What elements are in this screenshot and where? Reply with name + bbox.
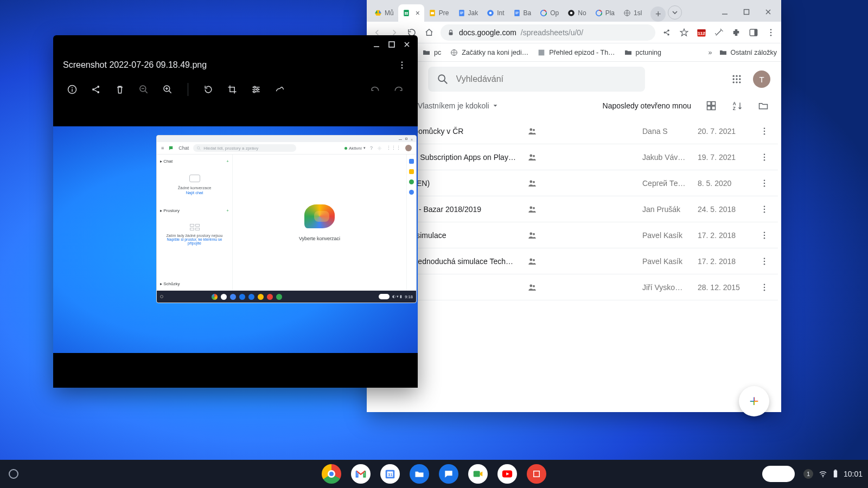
shelf-youtube-icon[interactable] <box>497 464 517 484</box>
info-icon[interactable] <box>66 84 78 95</box>
zoom-out-icon[interactable] <box>138 84 150 95</box>
svg-point-82 <box>764 263 765 265</box>
shelf-files-icon[interactable] <box>410 464 429 484</box>
bookmarks-other-folder[interactable]: Ostatní záložky <box>719 48 777 57</box>
search-input[interactable] <box>456 74 636 84</box>
chat-addons <box>406 155 416 291</box>
file-more-icon[interactable] <box>760 282 769 292</box>
delete-icon[interactable] <box>114 84 126 95</box>
file-row[interactable]: Prodej věcí - Bazar 2018/2019Jan Prušák2… <box>370 196 778 222</box>
browser-tab[interactable]: No <box>563 4 590 22</box>
svg-rect-120 <box>534 471 540 477</box>
extension-wand-icon[interactable] <box>713 27 725 38</box>
shelf-messages-icon[interactable] <box>439 464 458 484</box>
extension-calendar-icon[interactable]: 112 <box>695 27 707 38</box>
bookmarks-overflow[interactable]: » <box>709 49 712 56</box>
browser-tab[interactable]: Op <box>535 4 563 22</box>
browser-tab[interactable]: Pre <box>424 4 454 22</box>
file-row[interactable]: WoWsJiří Vysko…28. 12. 2015 <box>370 274 778 300</box>
tab-close-icon[interactable]: × <box>416 9 420 17</box>
menu-icon: ≡ <box>161 145 164 151</box>
view-grid-icon[interactable] <box>705 100 717 112</box>
open-picker-icon[interactable] <box>757 100 769 112</box>
file-date: 19. 7. 2021 <box>698 153 752 162</box>
file-row[interactable]: Fleeceware Subscription Apps on Play…Jak… <box>370 144 778 170</box>
chat-main: Vyberte konverzaci <box>233 155 406 291</box>
file-owner: Jiří Vysko… <box>642 283 690 292</box>
shelf-app-icon[interactable] <box>527 464 546 484</box>
battery-icon <box>833 470 838 478</box>
rotate-icon[interactable] <box>202 84 214 95</box>
svg-point-71 <box>764 208 765 210</box>
browser-tab[interactable]: Int <box>482 4 508 22</box>
viewer-close[interactable] <box>399 37 414 52</box>
shelf-ime-pill[interactable] <box>762 466 795 482</box>
bookmark-item[interactable]: pctuning <box>624 48 661 57</box>
browser-tab[interactable]: Pla <box>591 4 619 22</box>
svg-point-54 <box>533 129 535 131</box>
file-row[interactable]: Martingale simulacePavel Kasík17. 2. 201… <box>370 222 778 248</box>
owner-filter[interactable]: Vlastníkem je kdokoli <box>418 101 498 110</box>
annotate-icon[interactable] <box>274 84 286 95</box>
viewer-more-icon[interactable] <box>396 59 408 71</box>
account-avatar[interactable]: T <box>753 70 770 88</box>
bookmark-label: Začátky na koni jedi… <box>462 49 528 56</box>
tab-search-button[interactable] <box>668 5 682 20</box>
zoom-in-icon[interactable] <box>162 84 174 95</box>
browser-tab[interactable]: Ba <box>509 4 536 22</box>
share-icon[interactable] <box>661 27 673 38</box>
file-more-icon[interactable] <box>760 230 769 240</box>
chrome-menu-icon[interactable] <box>765 27 777 38</box>
bookmark-item[interactable]: Přehled epizod - Th… <box>537 48 615 57</box>
redo-icon[interactable] <box>393 84 405 95</box>
browser-tab[interactable]: Jak <box>454 4 483 22</box>
browser-tab[interactable]: × <box>398 4 424 22</box>
shelf-calendar-icon[interactable]: 31 <box>380 464 400 484</box>
bookmark-item[interactable]: pc <box>422 48 441 57</box>
tab-strip: Mů×PreJakIntBaOpNoPla1sl + <box>367 0 781 22</box>
tab-label: 1sl <box>634 9 642 17</box>
file-date: 20. 7. 2021 <box>698 127 752 136</box>
viewer-maximize[interactable] <box>384 37 399 52</box>
file-more-icon[interactable] <box>760 126 769 136</box>
new-tab-button[interactable]: + <box>650 7 666 22</box>
bookmark-item[interactable]: Začátky na koni jedi… <box>450 48 528 57</box>
tab-label: Mů <box>385 9 394 17</box>
apps-grid-icon[interactable] <box>731 74 742 85</box>
window-close[interactable] <box>758 4 778 20</box>
address-bar[interactable]: docs.google.com/spreadsheets/u/0/ <box>441 24 655 41</box>
undo-icon[interactable] <box>369 84 381 95</box>
star-icon[interactable] <box>678 27 690 38</box>
side-panel-icon[interactable] <box>748 27 760 38</box>
notification-badge[interactable]: 1 <box>803 469 813 479</box>
window-maximize[interactable] <box>737 4 756 20</box>
shelf-status-area[interactable]: 1 10:01 <box>762 466 863 482</box>
tab-label: Ba <box>524 9 532 17</box>
sort-label[interactable]: Naposledy otevřeno mnou <box>603 101 691 110</box>
sort-az-icon[interactable]: AZ <box>731 100 743 112</box>
share-icon[interactable] <box>90 84 102 95</box>
crop-icon[interactable] <box>226 84 238 95</box>
viewer-minimize[interactable] <box>369 37 384 52</box>
extensions-icon[interactable] <box>730 27 742 38</box>
svg-point-95 <box>72 87 73 88</box>
window-minimize[interactable] <box>715 4 735 20</box>
file-more-icon[interactable] <box>760 178 769 188</box>
file-row[interactable]: Ochranné pomůcky v ČRDana S20. 7. 2021 <box>370 118 778 144</box>
file-row[interactable]: Directives (EN)Сергей Те…8. 5. 2020 <box>370 170 778 196</box>
tune-icon[interactable] <box>250 84 262 95</box>
shelf-gmail-icon[interactable] <box>351 464 371 484</box>
browser-tab[interactable]: Mů <box>370 4 398 22</box>
shelf-meet-icon[interactable] <box>468 464 488 484</box>
nav-home[interactable] <box>423 27 435 38</box>
launcher-button[interactable] <box>9 469 18 479</box>
new-document-fab[interactable]: + <box>739 386 769 416</box>
search-box[interactable] <box>428 67 645 92</box>
file-more-icon[interactable] <box>760 204 769 214</box>
file-row[interactable]: Martingale jednoduchá simulace Tech…Pave… <box>370 248 778 274</box>
shelf-chrome-icon[interactable] <box>322 464 341 484</box>
browser-tab[interactable]: 1sl <box>619 4 646 22</box>
file-owner: Сергей Те… <box>642 179 690 188</box>
file-more-icon[interactable] <box>760 152 769 162</box>
file-more-icon[interactable] <box>760 256 769 266</box>
